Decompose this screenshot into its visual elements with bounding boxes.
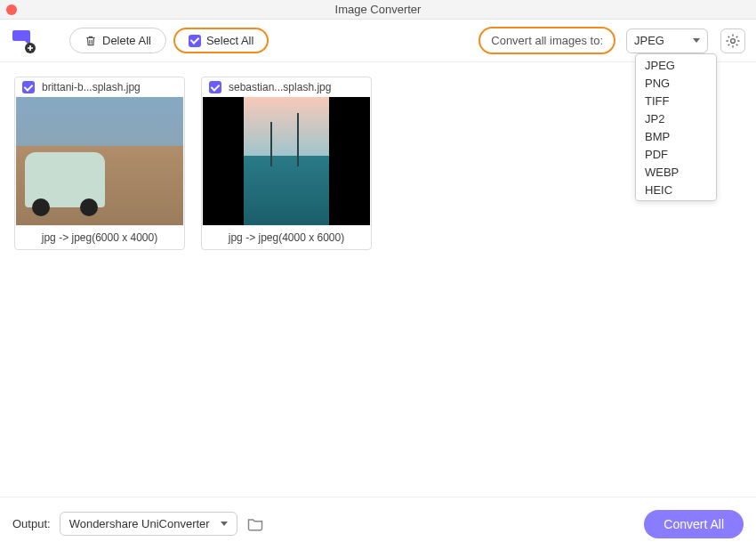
svg-point-1 (731, 38, 736, 43)
select-all-checkbox-icon (189, 35, 201, 47)
image-thumbnail (203, 97, 370, 225)
image-filename: sebastian...splash.jpg (229, 81, 331, 93)
settings-button[interactable] (720, 28, 745, 53)
titlebar: Image Converter (0, 0, 756, 20)
format-selected-value: JPEG (634, 34, 664, 47)
image-thumbnail (16, 97, 183, 225)
chevron-down-icon (221, 522, 228, 526)
output-destination-select[interactable]: Wondershare UniConverter (60, 512, 237, 536)
delete-all-button[interactable]: Delete All (69, 28, 166, 53)
output-label: Output: (12, 517, 51, 530)
format-option-webp[interactable]: WEBP (636, 163, 716, 181)
format-option-heic[interactable]: HEIC (636, 181, 716, 198)
image-filename: brittani-b...splash.jpg (42, 81, 141, 93)
convert-to-label: Convert all images to: (479, 27, 615, 54)
output-destination-value: Wondershare UniConverter (69, 517, 210, 530)
image-conversion-info: jpg -> jpeg(4000 x 6000) (202, 225, 371, 249)
image-checkbox[interactable] (22, 81, 35, 93)
convert-all-button[interactable]: Convert All (644, 510, 744, 538)
format-option-bmp[interactable]: BMP (636, 127, 716, 145)
trash-icon (84, 35, 97, 47)
format-option-jp2[interactable]: JP2 (636, 109, 716, 127)
format-option-png[interactable]: PNG (636, 74, 716, 92)
format-dropdown: JPEG PNG TIFF JP2 BMP PDF WEBP HEIC (635, 53, 717, 201)
window-title: Image Converter (0, 3, 756, 16)
select-all-button[interactable]: Select All (173, 28, 269, 53)
format-select[interactable]: JPEG (626, 28, 708, 53)
window-close-button[interactable] (6, 4, 17, 15)
gear-icon (725, 33, 741, 49)
image-card[interactable]: brittani-b...splash.jpg jpg -> jpeg(6000… (14, 77, 185, 250)
image-conversion-info: jpg -> jpeg(6000 x 4000) (15, 225, 184, 249)
format-option-jpeg[interactable]: JPEG (636, 56, 716, 74)
delete-all-label: Delete All (102, 34, 151, 47)
convert-all-label: Convert All (664, 517, 724, 531)
format-option-tiff[interactable]: TIFF (636, 92, 716, 109)
bottom-bar: Output: Wondershare UniConverter Convert… (0, 497, 756, 550)
image-checkbox[interactable] (209, 81, 221, 93)
chevron-down-icon (693, 38, 700, 43)
open-folder-button[interactable] (246, 515, 264, 533)
image-card[interactable]: sebastian...splash.jpg jpg -> jpeg(4000 … (201, 77, 372, 250)
select-all-label: Select All (206, 34, 253, 47)
format-option-pdf[interactable]: PDF (636, 145, 716, 163)
add-image-button[interactable] (11, 28, 36, 53)
